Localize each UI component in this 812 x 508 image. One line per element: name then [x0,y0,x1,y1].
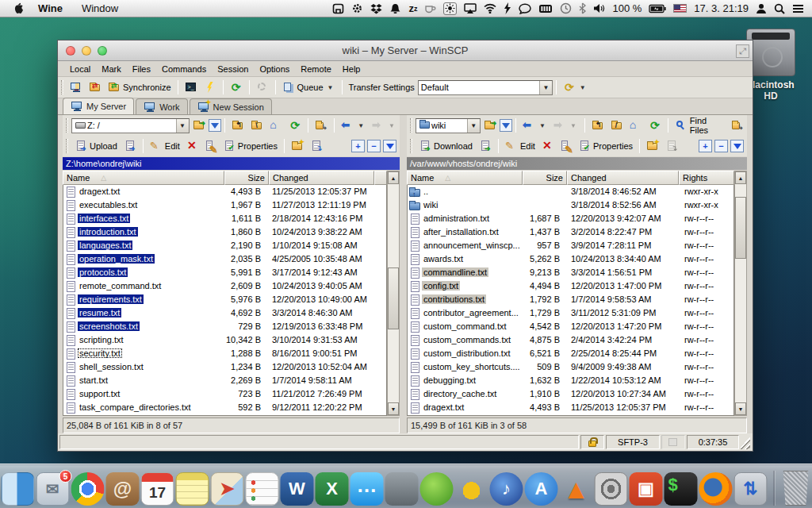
file-row[interactable]: protocols.txt5,991 B3/17/2014 9:12:43 AM [63,266,386,279]
file-row[interactable]: task_compare_directories.txt592 B9/12/20… [63,401,386,414]
new-folder-button[interactable]: ✦ [288,137,307,155]
apple-menu-icon[interactable] [10,2,27,15]
follow-symlinks-button[interactable]: ↳ [312,117,331,134]
delete-button[interactable]: ✕ [183,137,201,155]
synchronize-button[interactable]: ⇄Synchronize [105,79,174,96]
synchronize-browsing-folders-button[interactable]: ⇄ [86,79,105,96]
rename-button[interactable]: ✎ [201,137,220,155]
transfer-settings-combo[interactable]: Default▼ [418,80,553,95]
resize-grip[interactable] [741,435,750,449]
menu-files[interactable]: Files [127,62,156,76]
column-header-changed[interactable]: Changed [269,171,374,185]
file-row[interactable]: ↑..3/18/2014 8:46:52 AMrwxr-xr-x [408,185,733,198]
window-manager-icon[interactable] [332,2,344,15]
back-button[interactable]: ⬅▼ [338,117,369,134]
remote-scrollbar[interactable]: ▲ ▼ [734,171,747,416]
file-row[interactable]: contributor_agreement...1,729 B3/11/2012… [408,306,733,320]
filter-button[interactable] [209,119,222,132]
keepass-dock-icon[interactable] [455,472,488,506]
user-icon[interactable] [756,2,767,15]
file-row[interactable]: resume.txt4,692 B3/3/2014 8:46:30 AM [63,306,386,320]
drive-selector[interactable]: Z: /▼ [71,118,190,133]
tab-work[interactable]: Work [136,98,187,114]
file-row[interactable]: operation_mask.txt2,035 B4/25/2005 10:35… [63,252,386,266]
mail-dock-icon[interactable]: ✉5 [36,472,70,506]
transfer-options-button[interactable]: ⟳▼ [560,79,591,96]
refresh-button[interactable]: ⟳ [285,117,304,134]
menu-help[interactable]: Help [337,62,366,76]
home-directory-button[interactable]: ⌂ [266,117,285,134]
file-row[interactable]: awards.txt5,262 B10/24/2013 8:34:40 AMrw… [408,252,733,266]
resize-icon[interactable]: ⤢ [736,44,749,58]
volume-icon[interactable] [593,2,605,15]
selection-filter-button[interactable] [730,140,744,152]
properties-button[interactable]: ✔Properties [575,137,636,155]
scroll-thumb[interactable] [735,197,746,259]
contacts-dock-icon[interactable]: @ [106,472,140,506]
column-header-name[interactable]: Name△ [407,171,523,185]
menu-remote[interactable]: Remote [295,62,337,76]
back-button[interactable]: ⬅▼ [519,117,550,134]
rename-button[interactable]: ✎ [556,137,575,155]
select-files-button[interactable]: + [351,140,365,152]
maps-dock-icon[interactable]: ➤ [211,472,244,506]
notes-dock-icon[interactable] [176,472,209,506]
open-directory-button[interactable]: ➜ [481,117,500,134]
itunes-dock-icon[interactable]: ♪ [490,472,523,506]
upload-button[interactable]: ➜Upload [71,137,121,155]
firefox-dock-icon[interactable] [699,472,733,506]
remote-path-bar[interactable]: /var/www/vhosts/ondrej/wiki [407,157,747,170]
file-row[interactable]: support.txt723 B11/21/2012 7:26:49 PM [63,387,386,401]
excel-dock-icon[interactable]: X [316,472,349,506]
close-button[interactable] [66,46,75,56]
minimize-button[interactable] [82,46,91,56]
refresh-session-button[interactable]: ⟳ [227,79,246,96]
menu-session[interactable]: Session [212,62,254,76]
bell-icon[interactable] [389,2,401,15]
local-path-bar[interactable]: Z:\home\ondrej\wiki [63,157,400,170]
app-menu-wine[interactable]: Wine [30,0,71,17]
chrome-dock-icon[interactable] [71,472,105,506]
file-row[interactable]: wiki3/18/2014 8:52:56 AMrwxr-xr-x [408,198,733,212]
file-row[interactable]: executables.txt1,967 B11/27/2013 12:11:1… [63,198,386,212]
winscp-dock-icon[interactable]: ⇅ [734,472,768,506]
robot-dock-icon[interactable] [385,472,419,506]
open-in-other-panel-button[interactable]: ↴ [662,137,681,155]
download-button[interactable]: ➜Download [416,137,476,155]
root-directory-button[interactable]: / [607,117,626,134]
dropbox-icon[interactable] [370,2,382,15]
menu-bar-clock[interactable]: 17. 3. 21:19 [694,2,749,14]
download-options-button[interactable]: ➜ [476,137,495,155]
edit-button[interactable]: ✎Edit [147,137,183,155]
file-row[interactable]: directory_cache.txt1,910 B12/20/2013 10:… [408,387,733,401]
remote-directory-selector[interactable]: wiki▼ [416,118,481,133]
notification-center-icon[interactable] [792,2,804,15]
protocol-indicator[interactable]: SFTP-3 [606,435,660,449]
file-row[interactable]: dragext.txt4,493 B11/25/2013 12:05:37 PM [63,185,386,198]
appstore-dock-icon[interactable]: A [525,472,558,506]
frog-dock-icon[interactable] [420,472,454,506]
sysprefs-dock-icon[interactable] [595,472,628,506]
calendar-dock-icon[interactable]: 17 [141,472,174,506]
scroll-down-button[interactable]: ▼ [388,402,399,415]
column-header-size[interactable]: Size [224,171,269,185]
follow-symlinks-button[interactable]: ↳ [728,117,747,134]
tab-my-server[interactable]: My Server [63,98,134,114]
new-folder-button[interactable]: ✦ [643,137,662,155]
column-header-rights[interactable]: Rights [679,171,734,185]
find-files-button[interactable]: Find Files [672,117,728,134]
airplay-icon[interactable] [464,2,477,15]
parent-directory-button[interactable]: ↰ [588,117,607,134]
file-row[interactable]: languages.txt2,190 B1/10/2014 9:15:08 AM [63,239,386,252]
scroll-up-button[interactable]: ▲ [388,171,399,184]
column-header-changed[interactable]: Changed [567,171,679,185]
wifi-icon[interactable] [484,2,496,15]
menu-commands[interactable]: Commands [156,62,212,76]
queue-button[interactable]: Queue▼ [279,79,339,96]
tab-new-session[interactable]: ✦New Session [190,98,272,114]
brightness-icon[interactable] [443,2,457,15]
open-in-other-panel-button[interactable]: ↴ [307,137,326,155]
encryption-lock-icon[interactable] [580,435,604,449]
file-row[interactable]: shell_session.txt1,234 B12/20/2013 10:52… [63,360,386,374]
file-row[interactable]: commandline.txt9,213 B3/3/2014 1:56:51 P… [408,266,733,279]
